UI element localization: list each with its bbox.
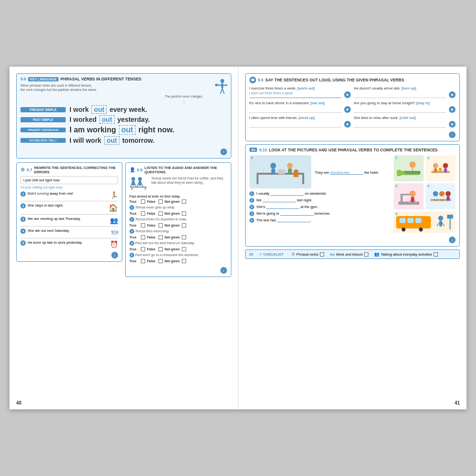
svg-point-7	[131, 177, 135, 181]
tense-row-4: FUTURE WITH "WILL" I will work out tomor…	[20, 136, 227, 145]
svg-point-23	[287, 163, 293, 169]
svg-point-53	[434, 196, 437, 199]
s98-q0-false-cb[interactable]	[159, 199, 163, 204]
checklist-item-2: Aa Work and leisure	[330, 252, 368, 257]
checklist-label-1: Phrasal verbs	[297, 252, 318, 257]
svg-rect-27	[295, 169, 298, 171]
s98-i4-true[interactable]	[141, 247, 145, 251]
key-language-label: KEY LANGUAGE	[28, 77, 59, 81]
section-98-header: 👤 9.8 LISTEN TO THE AUDIO AND ANSWER THE…	[129, 166, 227, 174]
s98-item-2: 2 Teresa thinks it's important to relax.…	[129, 217, 227, 228]
svg-point-60	[419, 227, 423, 231]
s98-q0-true-cb[interactable]	[141, 199, 145, 204]
page-left: 9.6 KEY LANGUAGE PHRASAL VERBS IN DIFFER…	[10, 67, 238, 409]
svg-line-64	[442, 223, 445, 226]
s910-pictures: 1 2	[394, 155, 456, 244]
person-icon-1: 🏃	[110, 191, 118, 199]
s98-i5-false[interactable]	[159, 259, 163, 263]
s99-item-2: It's nice to have dinner in a restaurant…	[249, 101, 351, 113]
speaker-btn-2[interactable]: ▶	[344, 106, 351, 113]
svg-point-47	[433, 191, 438, 196]
person-icon-3: 👥	[110, 217, 118, 224]
speaker-btn-4[interactable]: ▶	[344, 121, 351, 128]
s98-i2-true[interactable]	[141, 223, 145, 228]
svg-rect-35	[434, 168, 437, 172]
svg-point-49	[439, 191, 445, 196]
tense-badge-1: PRESENT SIMPLE	[20, 107, 66, 112]
exercise-icon	[210, 79, 227, 99]
sample-sentence: I just chill out right now.	[20, 176, 118, 184]
s98-q0-ng-cb[interactable]	[182, 199, 186, 204]
tense-badge-4: FUTURE WITH "WILL"	[20, 138, 66, 143]
tense-row-1: PRESENT SIMPLE I work out every week.	[20, 105, 227, 114]
svg-line-10	[135, 183, 136, 187]
audio-icon-96[interactable]: ♪	[20, 146, 227, 155]
s910-sentence-2: 2 We last night.	[249, 198, 390, 203]
section-98: 👤 9.8 LISTEN TO THE AUDIO AND ANSWER THE…	[125, 162, 231, 278]
svg-point-21	[270, 163, 276, 169]
checklist-label-2: Work and leisure	[336, 252, 363, 257]
tense-time-4: tomorrow.	[122, 137, 155, 144]
s98-i3-ng[interactable]	[182, 235, 186, 239]
section-910-number: 9.10	[259, 148, 267, 152]
s98-i2-ng[interactable]	[182, 223, 186, 228]
tense-out-1: out	[91, 105, 107, 114]
svg-point-36	[443, 163, 448, 168]
s98-i1-false[interactable]	[159, 211, 163, 216]
audio-icon-98[interactable]: ♪	[129, 265, 227, 274]
tense-badge-3: PRESENT CONTINUOUS	[20, 128, 66, 132]
svg-rect-41	[400, 194, 411, 195]
speaker-btn-0[interactable]: ▶	[344, 91, 351, 98]
s910-sentence-5: 5 The bus has .	[249, 218, 390, 223]
svg-rect-65	[447, 214, 453, 218]
section-97: ⚙ 9.7 REWRITE THE SENTENCES, CORRECTING …	[16, 162, 122, 262]
s98-i4-false[interactable]	[159, 247, 163, 251]
s910-content: 0	[249, 155, 456, 244]
section-98-container: 👤 9.8 LISTEN TO THE AUDIO AND ANSWER THE…	[125, 162, 231, 281]
checklist-item-1: ⚙ Phrasal verbs	[291, 252, 324, 257]
s98-i3-true[interactable]	[141, 235, 145, 239]
svg-rect-57	[407, 218, 413, 223]
section-96-number: 9.6	[20, 77, 26, 81]
s98-i3-false[interactable]	[159, 235, 163, 239]
svg-rect-58	[416, 218, 421, 223]
checklist-cb-3[interactable]	[434, 252, 438, 257]
particle-note: The particle never changes.	[165, 95, 203, 98]
svg-rect-25	[278, 169, 285, 174]
s98-item-4: 4 Paul will see his best friend on Satur…	[129, 241, 227, 251]
picture-4: 4	[426, 183, 456, 209]
svg-rect-43	[411, 197, 414, 202]
s98-i5-ng[interactable]	[182, 259, 186, 263]
checklist-cb-1[interactable]	[320, 252, 324, 257]
svg-rect-24	[288, 169, 292, 174]
svg-rect-62	[439, 220, 442, 226]
s97-item-3: 3 We are meeting up last Thursday. 👥	[20, 217, 118, 224]
s98-i4-ng[interactable]	[182, 247, 186, 251]
s98-i5-true[interactable]	[141, 259, 145, 263]
svg-rect-8	[132, 181, 135, 186]
tense-out-2: out	[99, 115, 115, 124]
s910-sentences: 0	[249, 155, 390, 244]
s99-item-5: She likes to relax after work. [chill ou…	[354, 116, 456, 128]
s910-sentence-3: 3 She's at the gym.	[249, 205, 390, 209]
svg-rect-16	[131, 188, 132, 190]
picture-3: 3	[394, 183, 424, 209]
s99-grid: I exercise three times a week. [work out…	[249, 86, 456, 128]
s98-i2-false[interactable]	[159, 223, 163, 228]
section-910-header: Aa 9.10 LOOK AT THE PICTURES AND USE PHR…	[249, 148, 456, 152]
checklist-cb-2[interactable]	[364, 252, 368, 257]
s910-sentence-4: 4 We're going to tomorrow.	[249, 211, 390, 216]
audio-icon-99[interactable]: ♪	[249, 129, 456, 138]
speaker-btn-3[interactable]: ▶	[449, 106, 456, 113]
section-97-title: REWRITE THE SENTENCES, CORRECTING THE ER…	[34, 166, 118, 174]
audio-icon-97[interactable]: ♪	[20, 250, 118, 259]
speaker-btn-5[interactable]: ▶	[449, 121, 456, 128]
section-96-subtitle: When phrasal verbs are used in different…	[20, 83, 227, 92]
person-icon-4: 🍽	[111, 228, 118, 236]
s98-i1-ng[interactable]	[182, 211, 186, 216]
audio-icon-910[interactable]: ♪	[394, 235, 456, 244]
s98-i1-true[interactable]	[141, 211, 145, 216]
section-910: Aa 9.10 LOOK AT THE PICTURES AND USE PHR…	[245, 144, 460, 247]
s98-item-5: 5 Paul won't go to a restaurant this wee…	[129, 253, 227, 263]
speaker-btn-1[interactable]: ▶	[449, 91, 456, 98]
